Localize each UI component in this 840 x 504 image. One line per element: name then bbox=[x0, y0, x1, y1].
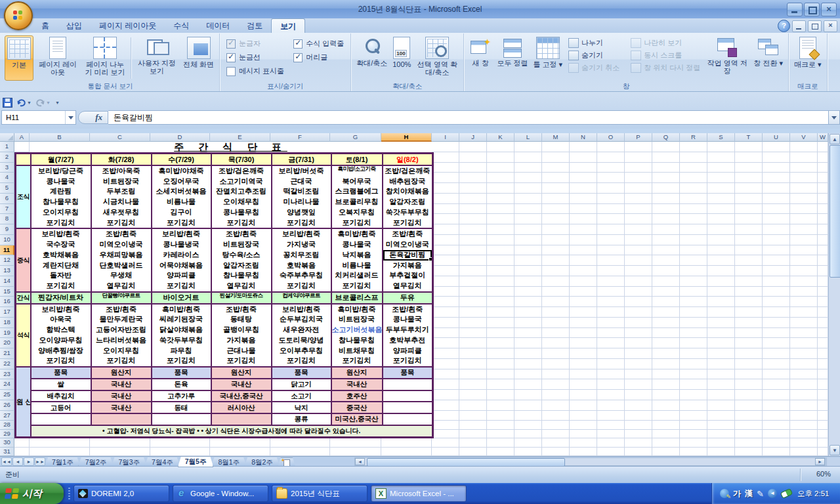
ime-hanja-indicator[interactable]: 漢 bbox=[745, 488, 753, 499]
menu-item-cell[interactable]: 쑥갓두부무침 bbox=[152, 335, 211, 346]
menu-item-cell[interactable]: 김구이 bbox=[152, 207, 211, 218]
menu-item-cell[interactable]: 조밥/아욱죽 bbox=[92, 166, 151, 177]
customize-qat-button[interactable]: ▼ bbox=[54, 100, 60, 105]
origin-cell-2-5[interactable]: 중국산 bbox=[331, 402, 383, 413]
menu-item-cell[interactable]: 가지냉국 bbox=[272, 240, 331, 250]
menu-item-cell[interactable]: 열무김치 bbox=[383, 281, 432, 291]
row-header-30[interactable]: 30 bbox=[0, 438, 14, 448]
checkbox-머리글[interactable]: 머리글 bbox=[293, 52, 344, 62]
ribbon-button-나누기[interactable]: 나누기 bbox=[568, 37, 620, 48]
menu-item-cell[interactable]: 호박볶음 bbox=[272, 261, 331, 271]
expand-formula-bar-icon[interactable] bbox=[829, 110, 840, 125]
first-sheet-icon[interactable]: ◄◄ bbox=[1, 457, 12, 466]
ime-korean-indicator[interactable]: 가 bbox=[733, 488, 741, 499]
menu-item-cell[interactable]: 오복지무침 bbox=[332, 207, 382, 218]
tray-app-icon[interactable] bbox=[780, 488, 793, 499]
row-header-26[interactable]: 26 bbox=[0, 400, 14, 411]
section-label-중식[interactable]: 중식 bbox=[16, 228, 31, 292]
menu-item-cell[interactable]: 근대나물 bbox=[212, 346, 271, 356]
menu-item-cell[interactable]: 고등어자반조림 bbox=[92, 325, 151, 335]
menu-item-cell[interactable]: 양파피클 bbox=[383, 346, 432, 356]
menu-item-cell[interactable]: 비름나물 bbox=[152, 197, 211, 207]
row-header-1[interactable]: 1 bbox=[0, 142, 14, 152]
menu-item-cell[interactable]: 포기김치 bbox=[383, 356, 432, 366]
menu-item-cell[interactable]: 포기김치 bbox=[92, 218, 151, 228]
menu-item-cell[interactable]: 양파피클 bbox=[152, 270, 211, 281]
ribbon-button-페이지 나누기 미리 보기[interactable]: 페이지 나누기 미리 보기 bbox=[82, 35, 128, 81]
checkbox-수식 입력줄[interactable]: 수식 입력줄 bbox=[293, 39, 344, 49]
menu-item-cell[interactable]: 보리밥/흰죽 bbox=[272, 229, 331, 240]
menu-item-cell[interactable]: 포기김치 bbox=[332, 281, 382, 291]
checkbox-메시지 표시줄[interactable]: 메시지 표시줄 bbox=[226, 66, 284, 76]
ribbon-button-숨기기[interactable]: 숨기기 bbox=[568, 50, 620, 60]
menu-item-cell[interactable]: 조밥/흰죽 bbox=[383, 304, 432, 315]
menu-item-cell[interactable]: 포기김치 bbox=[32, 356, 91, 366]
menu-item-cell[interactable]: 포기김치 bbox=[272, 356, 331, 366]
minimize-button[interactable] bbox=[787, 3, 803, 16]
menu-item-cell[interactable]: 찐설기/토마토쥬스 bbox=[212, 293, 271, 303]
ribbon-tab-3[interactable]: 수식 bbox=[165, 18, 198, 33]
menu-item-cell[interactable]: 쑥갓두부무침 bbox=[383, 207, 432, 218]
menu-item-cell[interactable]: 포기김치 bbox=[92, 356, 151, 366]
day-header-수(7/29)[interactable]: 수(7/29) bbox=[152, 154, 211, 165]
origin-cell-0-0[interactable]: 쌀 bbox=[31, 379, 91, 390]
menu-item-cell[interactable]: 꽁치무조림 bbox=[272, 250, 331, 261]
ime-pen-icon[interactable]: ✎ bbox=[757, 490, 764, 498]
column-header-V[interactable]: V bbox=[790, 133, 818, 142]
row-header-8[interactable]: 8 bbox=[0, 214, 14, 224]
column-header-B[interactable]: B bbox=[30, 133, 90, 142]
origin-cell-1-0[interactable]: 배추김치 bbox=[31, 390, 91, 402]
selected-cell[interactable]: 돈육갈비찜 bbox=[383, 250, 432, 261]
menu-item-cell[interactable]: 비트채무침 bbox=[332, 346, 382, 356]
origin-cell-1-1[interactable]: 국내산 bbox=[91, 390, 152, 402]
ime-globe-icon[interactable] bbox=[720, 489, 729, 498]
menu-item-cell[interactable]: 비트된장국 bbox=[332, 314, 382, 325]
menu-item-cell[interactable]: 조밥/검은깨죽 bbox=[383, 166, 432, 177]
menu-item-cell[interactable]: 국수장국 bbox=[32, 240, 91, 250]
origin-header-6[interactable]: 품목 bbox=[383, 367, 433, 379]
menu-item-cell[interactable]: 알감자조림 bbox=[212, 261, 271, 271]
menu-item-cell[interactable]: 단호박샐러드 bbox=[92, 261, 151, 271]
origin-cell-3-3[interactable] bbox=[211, 413, 272, 425]
menu-item-cell[interactable]: 보리밥/흰죽 bbox=[272, 304, 331, 315]
origin-cell-2-2[interactable]: 동태 bbox=[152, 402, 211, 413]
row-header-19[interactable]: 19 bbox=[0, 328, 14, 339]
menu-item-cell[interactable]: 보리밥/흰죽 bbox=[152, 229, 211, 240]
origin-cell-3-1[interactable] bbox=[91, 413, 152, 425]
ribbon-button-창 전환[interactable]: 창 전환 ▾ bbox=[751, 35, 785, 81]
select-all-corner[interactable] bbox=[0, 133, 14, 142]
menu-item-cell[interactable]: 배추된장국 bbox=[383, 177, 432, 187]
menu-item-cell[interactable]: 조밥/흰죽 bbox=[92, 304, 151, 315]
ribbon-button-100%[interactable]: 100% bbox=[390, 35, 413, 81]
day-header-토(8/1)[interactable]: 토(8/1) bbox=[331, 154, 383, 165]
menu-item-cell[interactable]: 물만두계란국 bbox=[92, 314, 151, 325]
column-header-T[interactable]: T bbox=[735, 133, 763, 142]
menu-item-cell[interactable]: 포기김치 bbox=[152, 218, 211, 228]
menu-item-cell[interactable]: 포기김치 bbox=[152, 356, 211, 366]
column-header-L[interactable]: L bbox=[514, 133, 542, 142]
origin-cell-2-6[interactable] bbox=[383, 402, 433, 413]
menu-item-cell[interactable]: 두유 bbox=[383, 293, 432, 303]
menu-item-cell[interactable]: 참나물무침 bbox=[32, 197, 91, 207]
hidden-icons-arrow-icon[interactable]: ◄ bbox=[768, 489, 777, 498]
menu-item-cell[interactable]: 흑미밥/흰죽 bbox=[332, 304, 382, 315]
menu-item-cell[interactable]: 찐감자/비트차 bbox=[32, 293, 91, 303]
row-header-14[interactable]: 14 bbox=[0, 276, 14, 287]
menu-item-cell[interactable]: 조밥/흰죽 bbox=[92, 229, 151, 240]
ribbon-button-모두 정렬[interactable]: 모두 정렬 bbox=[495, 35, 530, 81]
menu-item-cell[interactable]: 북어무국 bbox=[332, 177, 382, 187]
column-header-P[interactable]: P bbox=[625, 133, 652, 142]
menu-item-cell[interactable]: 새우완자전 bbox=[272, 325, 331, 335]
menu-item-cell[interactable]: 떡갈비조림 bbox=[272, 186, 331, 197]
origin-cell-2-0[interactable]: 고등어 bbox=[31, 402, 91, 413]
menu-item-cell[interactable]: 골뱅이무침 bbox=[212, 325, 271, 335]
origin-label[interactable]: 원 산 지 표 시 bbox=[16, 367, 31, 437]
taskbar-clock[interactable]: 오후 2:51 bbox=[797, 489, 830, 499]
menu-item-cell[interactable]: 콩나물국 bbox=[383, 314, 432, 325]
menu-item-cell[interactable]: 가지볶음 bbox=[212, 335, 271, 346]
sheet-tab-7월5주[interactable]: 7월5주 bbox=[178, 457, 214, 467]
row-header-10[interactable]: 10 bbox=[0, 235, 14, 245]
menu-item-cell[interactable]: 비트된장국 bbox=[92, 177, 151, 187]
menu-item-cell[interactable]: 무생채 bbox=[92, 270, 151, 281]
menu-item-cell[interactable]: 호박부추전 bbox=[383, 335, 432, 346]
